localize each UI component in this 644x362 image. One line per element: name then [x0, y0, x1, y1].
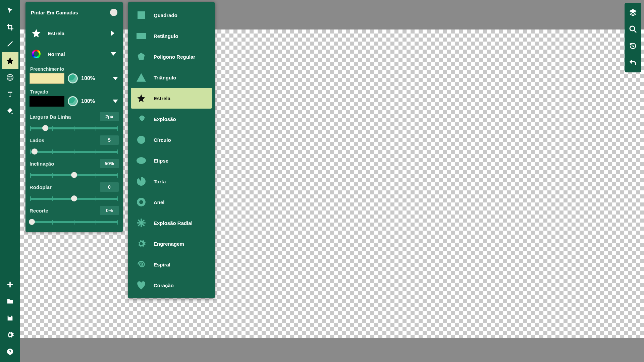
param-value[interactable]: 2px	[100, 112, 119, 121]
tool-shape[interactable]	[2, 52, 18, 69]
shape-item-label: Polígono Regular	[154, 54, 195, 60]
shape-item-label: Retângulo	[154, 33, 178, 39]
svg-rect-9	[137, 33, 146, 39]
tool-crop[interactable]	[2, 19, 18, 36]
shape-item-label: Estrela	[154, 96, 170, 101]
chevron-down-icon	[111, 52, 117, 56]
svg-rect-8	[138, 11, 145, 19]
chevron-down-icon[interactable]	[113, 100, 118, 103]
tool-fill[interactable]	[2, 103, 18, 119]
shape-item-spiral[interactable]: Espiral	[131, 254, 212, 275]
svg-line-7	[634, 31, 636, 33]
param-value[interactable]: 5	[100, 135, 119, 145]
heart-icon	[136, 280, 146, 290]
shape-item-circle[interactable]: Círculo	[131, 129, 212, 150]
shape-item-star[interactable]: Estrela	[131, 88, 212, 109]
chevron-right-icon	[111, 31, 117, 36]
param-value[interactable]: 0%	[100, 206, 119, 215]
param-label: Recorte	[30, 208, 48, 214]
shape-item-square[interactable]: Quadrado	[131, 5, 212, 25]
shape-item-gear[interactable]: Engrenagem	[131, 233, 212, 254]
shape-item-heart[interactable]: Coração	[131, 275, 212, 296]
param-slider[interactable]	[30, 197, 118, 200]
shape-item-ring[interactable]: Anel	[131, 192, 212, 213]
triangle-icon	[136, 72, 146, 82]
rgb-icon	[31, 49, 42, 59]
param-value[interactable]: 50%	[100, 159, 119, 168]
tool-help[interactable]: ?	[2, 343, 18, 360]
blend-mode-label: Normal	[48, 51, 111, 57]
shape-picker-row[interactable]: Estrela	[25, 23, 123, 44]
svg-point-12	[137, 136, 145, 144]
tool-settings[interactable]	[2, 326, 18, 343]
circle-icon	[136, 135, 146, 145]
polygon-icon	[136, 52, 146, 62]
param-slider[interactable]	[30, 150, 118, 154]
stroke-section: Traçado 100%	[25, 87, 123, 110]
blend-mode-row[interactable]: Normal	[25, 44, 123, 64]
shape-item-burst[interactable]: Explosão	[131, 109, 212, 129]
shape-item-label: Coração	[154, 283, 174, 288]
tool-emoji[interactable]	[2, 69, 18, 86]
param-2: Inclinação50%	[25, 157, 123, 177]
shape-item-label: Círculo	[154, 137, 171, 143]
shape-item-label: Espiral	[154, 262, 170, 267]
ring-icon	[136, 197, 146, 207]
tool-folder[interactable]	[2, 293, 18, 310]
shape-item-label: Explosão	[154, 116, 176, 122]
pie-icon	[136, 176, 146, 186]
history-button[interactable]	[625, 38, 641, 54]
param-3: Rodopiar0	[25, 180, 123, 200]
shape-item-pie[interactable]: Torta	[131, 171, 212, 192]
param-label: Inclinação	[30, 161, 54, 167]
shape-item-triangle[interactable]: Triângulo	[131, 67, 212, 88]
star-icon	[31, 28, 42, 39]
radial-icon	[136, 218, 146, 228]
paint-in-layers-label: Pintar Em Camadas	[31, 10, 110, 15]
chevron-down-icon[interactable]	[113, 77, 118, 80]
shape-item-label: Elipse	[154, 158, 168, 164]
tool-line[interactable]	[2, 36, 18, 52]
burst-icon	[136, 114, 146, 124]
svg-point-3	[11, 76, 11, 77]
opacity-icon[interactable]	[68, 73, 78, 83]
shape-item-ellipse[interactable]: Elipse	[131, 150, 212, 171]
param-0: Largura Da Linha2px	[25, 110, 123, 130]
fill-section: Preenchimento 100%	[25, 64, 123, 87]
tool-options-panel: Pintar Em Camadas Estrela Normal Preench…	[25, 2, 123, 232]
tool-save[interactable]	[2, 310, 18, 326]
fill-opacity-value: 100%	[81, 75, 95, 81]
toggle-indicator-icon	[110, 9, 117, 16]
shape-item-radial[interactable]: Explosão Radial	[131, 213, 212, 233]
star-icon	[136, 93, 146, 103]
layers-button[interactable]	[625, 4, 641, 21]
svg-point-2	[9, 76, 9, 77]
param-slider[interactable]	[30, 127, 118, 130]
svg-point-6	[630, 26, 635, 31]
param-slider[interactable]	[30, 221, 118, 224]
svg-text:?: ?	[9, 349, 11, 354]
tool-add[interactable]	[2, 276, 18, 293]
undo-button[interactable]	[625, 54, 641, 71]
shape-item-label: Triângulo	[154, 75, 176, 80]
opacity-icon[interactable]	[68, 96, 78, 106]
tool-text[interactable]	[2, 86, 18, 103]
svg-point-15	[139, 200, 143, 204]
shape-item-rect[interactable]: Retângulo	[131, 25, 212, 46]
stroke-swatch[interactable]	[30, 96, 64, 107]
svg-point-1	[7, 74, 13, 80]
zoom-button[interactable]	[625, 21, 641, 38]
svg-marker-11	[137, 73, 146, 82]
rect-icon	[136, 31, 146, 41]
shape-list-flyout: QuadradoRetânguloPolígono RegularTriângu…	[128, 2, 215, 298]
fill-swatch[interactable]	[30, 73, 64, 84]
svg-line-0	[8, 42, 13, 47]
shape-name-label: Estrela	[48, 31, 111, 36]
left-toolbar: ?	[0, 0, 20, 362]
param-slider[interactable]	[30, 174, 118, 177]
tool-pointer[interactable]	[2, 2, 18, 19]
param-value[interactable]: 0	[100, 182, 119, 192]
shape-item-polygon[interactable]: Polígono Regular	[131, 46, 212, 67]
shape-item-label: Quadrado	[154, 12, 177, 18]
toggle-paint-in-layers[interactable]: Pintar Em Camadas	[25, 2, 123, 23]
